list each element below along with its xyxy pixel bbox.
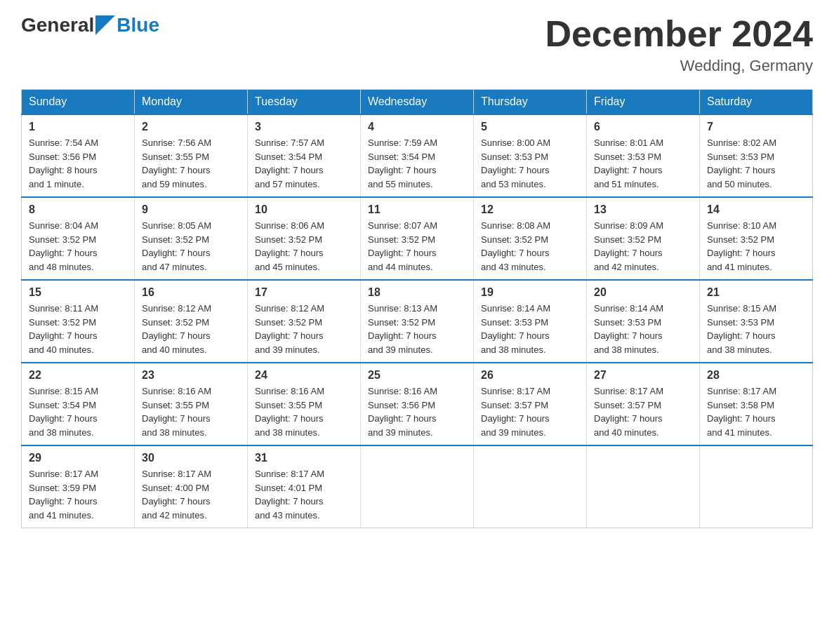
day-number: 6 (594, 121, 692, 133)
calendar-cell: 2Sunrise: 7:56 AMSunset: 3:55 PMDaylight… (135, 114, 248, 197)
calendar-cell: 13Sunrise: 8:09 AMSunset: 3:52 PMDayligh… (587, 197, 700, 280)
calendar-cell: 15Sunrise: 8:11 AMSunset: 3:52 PMDayligh… (22, 280, 135, 363)
calendar-cell: 8Sunrise: 8:04 AMSunset: 3:52 PMDaylight… (22, 197, 135, 280)
day-info: Sunrise: 8:01 AMSunset: 3:53 PMDaylight:… (594, 136, 692, 191)
day-info: Sunrise: 8:16 AMSunset: 3:55 PMDaylight:… (142, 384, 240, 439)
day-info: Sunrise: 8:15 AMSunset: 3:54 PMDaylight:… (29, 384, 127, 439)
day-info: Sunrise: 8:12 AMSunset: 3:52 PMDaylight:… (142, 302, 240, 356)
day-info: Sunrise: 8:13 AMSunset: 3:52 PMDaylight:… (368, 302, 466, 356)
weekday-header-sunday: Sunday (22, 90, 135, 115)
day-number: 13 (594, 203, 692, 216)
calendar-week-row: 29Sunrise: 8:17 AMSunset: 3:59 PMDayligh… (22, 445, 813, 528)
calendar-cell: 21Sunrise: 8:15 AMSunset: 3:53 PMDayligh… (700, 280, 813, 363)
day-info: Sunrise: 8:16 AMSunset: 3:56 PMDaylight:… (368, 384, 466, 439)
calendar-cell (587, 445, 700, 528)
day-info: Sunrise: 8:05 AMSunset: 3:52 PMDaylight:… (142, 219, 240, 274)
weekday-header-friday: Friday (587, 90, 700, 115)
weekday-header-row: SundayMondayTuesdayWednesdayThursdayFrid… (22, 90, 813, 115)
calendar-week-row: 22Sunrise: 8:15 AMSunset: 3:54 PMDayligh… (22, 363, 813, 445)
page-header: General Blue December 2024 Wedding, Germ… (21, 14, 813, 75)
day-info: Sunrise: 8:09 AMSunset: 3:52 PMDaylight:… (594, 219, 692, 274)
day-number: 17 (255, 286, 353, 299)
day-number: 26 (481, 369, 579, 382)
calendar-cell: 6Sunrise: 8:01 AMSunset: 3:53 PMDaylight… (587, 114, 700, 197)
calendar-cell: 5Sunrise: 8:00 AMSunset: 3:53 PMDaylight… (474, 114, 587, 197)
calendar-cell: 25Sunrise: 8:16 AMSunset: 3:56 PMDayligh… (361, 363, 474, 445)
calendar-cell: 16Sunrise: 8:12 AMSunset: 3:52 PMDayligh… (135, 280, 248, 363)
day-info: Sunrise: 8:08 AMSunset: 3:52 PMDaylight:… (481, 219, 579, 274)
calendar-cell: 27Sunrise: 8:17 AMSunset: 3:57 PMDayligh… (587, 363, 700, 445)
day-info: Sunrise: 8:07 AMSunset: 3:52 PMDaylight:… (368, 219, 466, 274)
day-info: Sunrise: 8:14 AMSunset: 3:53 PMDaylight:… (481, 302, 579, 356)
day-number: 8 (29, 203, 127, 216)
calendar-cell (474, 445, 587, 528)
calendar-cell: 12Sunrise: 8:08 AMSunset: 3:52 PMDayligh… (474, 197, 587, 280)
day-number: 27 (594, 369, 692, 382)
day-info: Sunrise: 7:59 AMSunset: 3:54 PMDaylight:… (368, 136, 466, 191)
calendar-cell: 7Sunrise: 8:02 AMSunset: 3:53 PMDaylight… (700, 114, 813, 197)
title-area: December 2024 Wedding, Germany (545, 14, 813, 75)
day-number: 4 (368, 121, 466, 133)
day-info: Sunrise: 7:54 AMSunset: 3:56 PMDaylight:… (29, 136, 127, 191)
calendar-cell: 18Sunrise: 8:13 AMSunset: 3:52 PMDayligh… (361, 280, 474, 363)
day-info: Sunrise: 7:56 AMSunset: 3:55 PMDaylight:… (142, 136, 240, 191)
calendar-table: SundayMondayTuesdayWednesdayThursdayFrid… (21, 89, 813, 528)
day-number: 19 (481, 286, 579, 299)
calendar-week-row: 8Sunrise: 8:04 AMSunset: 3:52 PMDaylight… (22, 197, 813, 280)
calendar-cell (700, 445, 813, 528)
weekday-header-tuesday: Tuesday (248, 90, 361, 115)
day-info: Sunrise: 8:17 AMSunset: 4:01 PMDaylight:… (255, 467, 353, 522)
day-number: 2 (142, 121, 240, 133)
calendar-cell: 22Sunrise: 8:15 AMSunset: 3:54 PMDayligh… (22, 363, 135, 445)
logo-general-text: General (21, 14, 94, 36)
day-number: 14 (707, 203, 805, 216)
day-info: Sunrise: 8:04 AMSunset: 3:52 PMDaylight:… (29, 219, 127, 274)
day-info: Sunrise: 8:17 AMSunset: 3:57 PMDaylight:… (481, 384, 579, 439)
day-number: 28 (707, 369, 805, 382)
day-number: 21 (707, 286, 805, 299)
calendar-cell: 30Sunrise: 8:17 AMSunset: 4:00 PMDayligh… (135, 445, 248, 528)
calendar-cell (361, 445, 474, 528)
day-number: 20 (594, 286, 692, 299)
day-info: Sunrise: 8:06 AMSunset: 3:52 PMDaylight:… (255, 219, 353, 274)
calendar-cell: 28Sunrise: 8:17 AMSunset: 3:58 PMDayligh… (700, 363, 813, 445)
day-info: Sunrise: 8:10 AMSunset: 3:52 PMDaylight:… (707, 219, 805, 274)
day-number: 29 (29, 452, 127, 464)
calendar-cell: 1Sunrise: 7:54 AMSunset: 3:56 PMDaylight… (22, 114, 135, 197)
day-number: 18 (368, 286, 466, 299)
day-info: Sunrise: 8:16 AMSunset: 3:55 PMDaylight:… (255, 384, 353, 439)
calendar-cell: 11Sunrise: 8:07 AMSunset: 3:52 PMDayligh… (361, 197, 474, 280)
calendar-cell: 23Sunrise: 8:16 AMSunset: 3:55 PMDayligh… (135, 363, 248, 445)
calendar-cell: 14Sunrise: 8:10 AMSunset: 3:52 PMDayligh… (700, 197, 813, 280)
logo: General Blue (21, 14, 159, 36)
calendar-cell: 10Sunrise: 8:06 AMSunset: 3:52 PMDayligh… (248, 197, 361, 280)
month-title: December 2024 (545, 14, 813, 54)
day-number: 16 (142, 286, 240, 299)
logo-triangle-icon (95, 15, 115, 35)
day-info: Sunrise: 8:15 AMSunset: 3:53 PMDaylight:… (707, 302, 805, 356)
calendar-cell: 29Sunrise: 8:17 AMSunset: 3:59 PMDayligh… (22, 445, 135, 528)
day-number: 24 (255, 369, 353, 382)
calendar-cell: 31Sunrise: 8:17 AMSunset: 4:01 PMDayligh… (248, 445, 361, 528)
calendar-cell: 19Sunrise: 8:14 AMSunset: 3:53 PMDayligh… (474, 280, 587, 363)
day-info: Sunrise: 8:12 AMSunset: 3:52 PMDaylight:… (255, 302, 353, 356)
weekday-header-wednesday: Wednesday (361, 90, 474, 115)
day-info: Sunrise: 8:11 AMSunset: 3:52 PMDaylight:… (29, 302, 127, 356)
day-number: 25 (368, 369, 466, 382)
calendar-cell: 26Sunrise: 8:17 AMSunset: 3:57 PMDayligh… (474, 363, 587, 445)
calendar-cell: 20Sunrise: 8:14 AMSunset: 3:53 PMDayligh… (587, 280, 700, 363)
weekday-header-thursday: Thursday (474, 90, 587, 115)
day-number: 1 (29, 121, 127, 133)
calendar-cell: 17Sunrise: 8:12 AMSunset: 3:52 PMDayligh… (248, 280, 361, 363)
weekday-header-saturday: Saturday (700, 90, 813, 115)
day-number: 7 (707, 121, 805, 133)
day-number: 10 (255, 203, 353, 216)
day-info: Sunrise: 8:02 AMSunset: 3:53 PMDaylight:… (707, 136, 805, 191)
day-info: Sunrise: 7:57 AMSunset: 3:54 PMDaylight:… (255, 136, 353, 191)
calendar-cell: 3Sunrise: 7:57 AMSunset: 3:54 PMDaylight… (248, 114, 361, 197)
day-info: Sunrise: 8:17 AMSunset: 4:00 PMDaylight:… (142, 467, 240, 522)
day-number: 5 (481, 121, 579, 133)
day-number: 12 (481, 203, 579, 216)
day-number: 9 (142, 203, 240, 216)
day-number: 23 (142, 369, 240, 382)
